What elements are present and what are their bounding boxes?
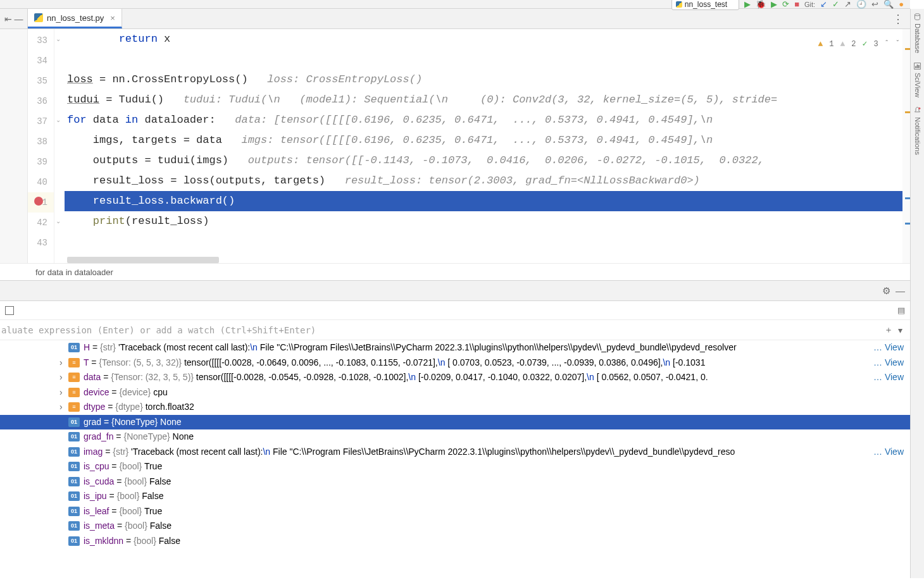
obj-badge-icon: ≡ <box>68 388 80 397</box>
run-config-label: nn_loss_test <box>685 0 727 9</box>
right-tool-strip: Database SciView Notifications <box>910 9 924 578</box>
line-number-gutter: 33 34 35 36 37 38 39 40 41 42 43 <box>28 29 54 263</box>
var-is-cpu[interactable]: 01 is_cpu = {bool} True <box>0 459 910 474</box>
field-badge-icon: 01 <box>68 447 80 457</box>
hide-icon[interactable]: — <box>896 285 905 296</box>
breadcrumb[interactable]: for data in dataloader <box>0 263 910 281</box>
field-badge-icon: 01 <box>68 432 80 441</box>
fold-end-icon[interactable]: ⌄ <box>56 29 61 49</box>
ide-settings-icon[interactable]: ● <box>899 0 904 9</box>
code-content[interactable]: ▲1 ▲2 ✓3 ˆ ˇ return x loss = nn.CrossEnt… <box>65 29 910 263</box>
evaluate-expression-input[interactable] <box>0 325 882 335</box>
tab-options-icon[interactable]: ⋮ <box>890 12 906 26</box>
view-link[interactable]: … View <box>873 445 904 460</box>
database-icon <box>913 13 921 21</box>
debug-toolwindow-header: ⚙ — <box>0 281 910 301</box>
add-watch-icon[interactable]: ＋ <box>882 324 896 336</box>
sciview-icon <box>913 62 921 70</box>
var-grad[interactable]: 01 grad = {NoneType} None <box>0 415 910 430</box>
field-badge-icon: 01 <box>68 491 80 501</box>
var-is-mkldnn[interactable]: 01 is_mkldnn = {bool} False <box>0 534 910 549</box>
error-stripe[interactable] <box>902 29 910 263</box>
tool-notifications[interactable]: Notifications <box>913 106 921 155</box>
close-tab-icon[interactable]: × <box>110 13 115 23</box>
stop-icon[interactable]: ■ <box>794 0 799 9</box>
git-commit-icon[interactable]: ✓ <box>832 0 839 9</box>
var-dtype[interactable]: ≡ dtype = {dtype} torch.float32 <box>0 400 910 415</box>
var-data[interactable]: ≡ data = {Tensor: (32, 3, 5, 5)} tensor(… <box>0 370 910 385</box>
svg-rect-2 <box>915 66 916 68</box>
var-grad-fn[interactable]: 01 grad_fn = {NoneType} None <box>0 429 910 445</box>
python-icon <box>676 1 682 8</box>
gear-icon[interactable]: ⚙ <box>882 285 890 297</box>
left-gutter-controls: ⇤ — <box>0 9 28 28</box>
git-label: Git: <box>804 1 815 8</box>
run-config-selector[interactable]: nn_loss_test <box>671 0 739 10</box>
variables-pane[interactable]: 01 H = {str} 'Traceback (most recent cal… <box>0 340 910 572</box>
editor-tabs: ⇤ — nn_loss_test.py × ⋮ <box>0 9 910 29</box>
horizontal-scrollbar[interactable] <box>67 257 219 263</box>
warning-icon: ▲ <box>818 34 823 54</box>
debug-icon[interactable]: 🐞 <box>756 0 766 9</box>
calculator-icon[interactable] <box>5 306 14 315</box>
field-badge-icon: 01 <box>68 521 80 531</box>
next-highlight-icon[interactable]: ˇ <box>896 34 900 54</box>
search-icon[interactable]: 🔍 <box>883 0 894 9</box>
coverage-icon[interactable]: ▶ <box>771 0 777 9</box>
view-link[interactable]: … View <box>873 370 904 385</box>
view-link[interactable]: … View <box>873 340 904 355</box>
var-T[interactable]: ≡ T = {Tensor: (5, 5, 3, 32)} tensor([[[… <box>0 355 910 371</box>
breakpoint-icon[interactable] <box>34 197 43 206</box>
tool-sciview[interactable]: SciView <box>913 62 921 97</box>
left-tool-stub <box>0 29 28 263</box>
fold-start-icon[interactable]: ⌄ <box>56 110 61 130</box>
svg-point-5 <box>918 108 920 109</box>
var-device[interactable]: ≡ device = {device} cpu <box>0 385 910 400</box>
git-rollback-icon[interactable]: ↩ <box>871 0 878 9</box>
profile-icon[interactable]: ⟳ <box>782 0 789 9</box>
inspection-widget[interactable]: ▲1 ▲2 ✓3 ˆ ˇ <box>816 33 902 56</box>
run-icon[interactable]: ▶ <box>744 0 751 9</box>
view-link[interactable]: … View <box>873 355 904 371</box>
field-badge-icon: 01 <box>68 462 80 471</box>
var-is-ipu[interactable]: 01 is_ipu = {bool} False <box>0 489 910 504</box>
weak-warning-icon: ▲ <box>840 34 846 54</box>
tab-filename: nn_loss_test.py <box>47 13 104 23</box>
prev-highlight-icon[interactable]: ˆ <box>885 34 889 54</box>
svg-rect-3 <box>917 65 918 68</box>
field-badge-icon: 01 <box>68 507 80 516</box>
obj-badge-icon: ≡ <box>68 402 80 412</box>
execution-point: result_loss.backward() <box>65 191 910 211</box>
layout-settings-icon[interactable]: ▤ <box>897 305 905 315</box>
field-badge-icon: 01 <box>68 477 80 486</box>
git-push-icon[interactable]: ↗ <box>844 0 851 9</box>
bell-icon <box>913 106 921 114</box>
var-is-leaf[interactable]: 01 is_leaf = {bool} True <box>0 504 910 519</box>
git-update-icon[interactable]: ↙ <box>820 0 827 9</box>
main-toolbar: nn_loss_test ▶ 🐞 ▶ ⟳ ■ Git: ↙ ✓ ↗ 🕘 ↩ 🔍 … <box>0 0 910 9</box>
expand-icon[interactable]: ⇤ <box>4 15 12 23</box>
field-badge-icon: 01 <box>68 536 80 546</box>
evaluate-expression-row: ＋ ▾ <box>0 320 910 340</box>
field-badge-icon: 01 <box>68 417 80 427</box>
var-imag[interactable]: 01 imag = {str} 'Traceback (most recent … <box>0 445 910 460</box>
field-badge-icon: 01 <box>68 343 80 352</box>
editor: 33 34 35 36 37 38 39 40 41 42 43 ⌄ ⌄ ⌄ ▲… <box>0 29 910 263</box>
fold-end-icon[interactable]: ⌄ <box>56 211 61 231</box>
tensor-badge-icon: ≡ <box>68 358 80 367</box>
var-H[interactable]: 01 H = {str} 'Traceback (most recent cal… <box>0 340 910 355</box>
var-is-cuda[interactable]: 01 is_cuda = {bool} False <box>0 474 910 490</box>
tool-database[interactable]: Database <box>913 13 921 53</box>
tab-nn-loss-test[interactable]: nn_loss_test.py × <box>28 9 122 28</box>
watch-options-icon[interactable]: ▾ <box>896 325 905 335</box>
tensor-badge-icon: ≡ <box>68 373 80 382</box>
python-file-icon <box>34 13 43 22</box>
debug-subtoolbar: ▤ <box>0 301 910 320</box>
ok-icon: ✓ <box>863 34 868 54</box>
minimize-icon[interactable]: — <box>15 15 23 23</box>
svg-point-0 <box>915 14 920 16</box>
git-history-icon[interactable]: 🕘 <box>856 0 866 9</box>
svg-rect-4 <box>918 65 920 68</box>
var-is-meta[interactable]: 01 is_meta = {bool} False <box>0 519 910 534</box>
fold-gutter: ⌄ ⌄ ⌄ <box>54 29 65 263</box>
